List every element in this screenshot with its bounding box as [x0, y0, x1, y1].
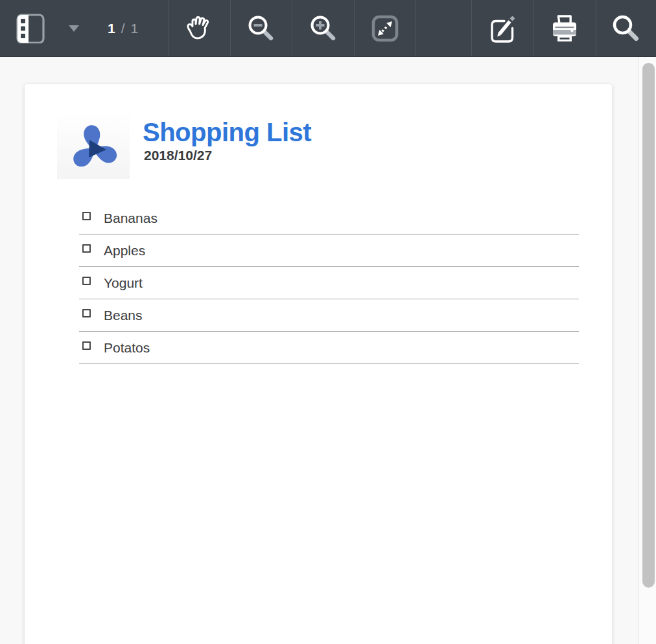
print-button[interactable] [533, 0, 596, 56]
hand-tool-icon [184, 13, 215, 43]
total-pages: 1 [131, 21, 139, 36]
list-item: Potatos [25, 336, 612, 368]
vertical-scrollbar-thumb[interactable] [642, 63, 655, 588]
document-date: 2018/10/27 [144, 148, 212, 163]
document-title: Shopping List [143, 119, 311, 146]
checkbox-potatos[interactable] [82, 341, 91, 350]
sidebar-toggle-icon [16, 14, 45, 43]
item-divider [79, 331, 579, 332]
item-divider [79, 266, 579, 267]
checkbox-apples[interactable] [82, 244, 91, 253]
item-divider [79, 234, 579, 235]
list-item: Beans [25, 303, 612, 336]
item-label: Potatos [104, 339, 150, 356]
sidebar-toggle-button[interactable] [16, 14, 45, 43]
fit-to-width-button[interactable] [354, 0, 416, 56]
edit-annotate-icon [487, 13, 518, 44]
item-divider [79, 299, 579, 299]
list-item: Bananas [25, 206, 612, 238]
toolbar-left-group: 1/1 [0, 0, 168, 56]
hand-tool-button[interactable] [168, 0, 230, 56]
print-icon [549, 13, 580, 44]
pdf-page: Shopping List 2018/10/27 Bananas Apples … [25, 84, 612, 644]
zoom-in-button[interactable] [292, 0, 354, 56]
vertical-scrollbar-track[interactable] [638, 57, 656, 644]
current-page-number[interactable]: 1 [108, 21, 116, 36]
fit-to-width-icon [370, 14, 400, 43]
page-indicator: 1/1 [108, 21, 139, 36]
item-label: Apples [104, 242, 145, 259]
list-item: Apples [25, 238, 612, 271]
page-separator: / [121, 21, 126, 36]
pdf-viewer-toolbar: 1/1 [0, 0, 656, 57]
edit-annotate-button[interactable] [471, 0, 533, 56]
checkbox-beans[interactable] [82, 309, 91, 317]
search-icon [611, 14, 641, 43]
chevron-down-icon[interactable] [69, 25, 79, 32]
item-label: Yogurt [104, 274, 143, 292]
item-label: Beans [104, 306, 143, 324]
pdf-pinwheel-logo [57, 111, 130, 179]
toolbar-spacer [416, 0, 471, 56]
item-label: Bananas [104, 209, 158, 227]
checkbox-bananas[interactable] [82, 212, 91, 220]
item-divider [79, 363, 579, 364]
zoom-out-icon [246, 14, 276, 43]
checkbox-yogurt[interactable] [82, 277, 91, 285]
search-button[interactable] [596, 0, 656, 56]
zoom-out-button[interactable] [230, 0, 292, 56]
zoom-in-icon [309, 14, 338, 43]
list-item: Yogurt [25, 271, 612, 303]
viewer-content-area: Shopping List 2018/10/27 Bananas Apples … [0, 57, 656, 644]
